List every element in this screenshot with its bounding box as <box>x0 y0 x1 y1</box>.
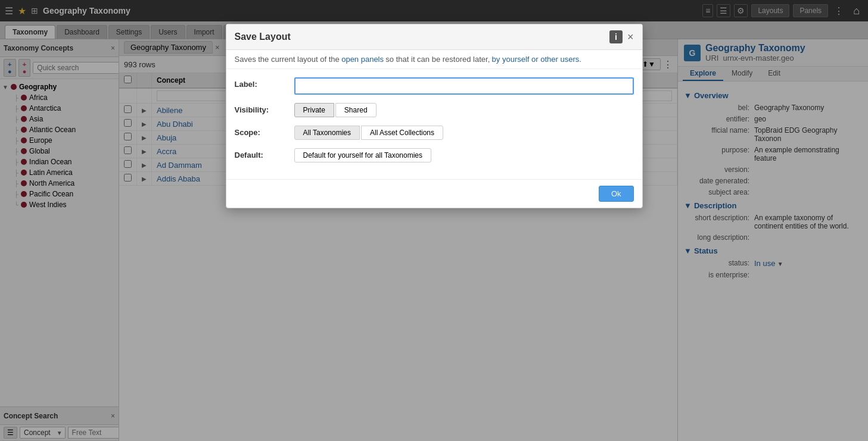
default-label: Default: <box>235 148 288 159</box>
modal-close-button[interactable]: × <box>627 32 634 42</box>
ok-button[interactable]: Ok <box>599 186 634 202</box>
subtitle-link-2[interactable]: by yourself or other users. <box>492 55 581 64</box>
modal-header: Save Layout i × <box>226 24 642 50</box>
modal-scope-row: Scope: All Taxonomies All Asset Collecti… <box>235 126 634 140</box>
modal-body: Label: Visibility: Private Shared Scope:… <box>226 69 642 179</box>
modal-label-row: Label: <box>235 77 634 95</box>
visibility-private-button[interactable]: Private <box>294 103 334 117</box>
scope-all-taxonomies-button[interactable]: All Taxonomies <box>294 126 360 140</box>
default-field: Default for yourself for all Taxonomies <box>294 148 634 162</box>
visibility-shared-button[interactable]: Shared <box>335 103 377 117</box>
default-action-button[interactable]: Default for yourself for all Taxonomies <box>294 148 432 162</box>
modal-default-row: Default: Default for yourself for all Ta… <box>235 148 634 162</box>
modal-footer: Ok <box>226 179 642 208</box>
modal-info-button[interactable]: i <box>609 30 623 43</box>
visibility-field: Private Shared <box>294 103 634 117</box>
label-field-label: Label: <box>235 77 288 89</box>
scope-toggle: All Taxonomies All Asset Collections <box>294 126 634 140</box>
modal-title: Save Layout <box>235 32 605 42</box>
layout-label-input[interactable] <box>294 77 634 95</box>
visibility-label: Visibility: <box>235 103 288 114</box>
modal-visibility-row: Visibility: Private Shared <box>235 103 634 117</box>
label-input-field <box>294 77 634 95</box>
scope-field: All Taxonomies All Asset Collections <box>294 126 634 140</box>
subtitle-text-1: Saves the current layout of the <box>235 55 340 64</box>
save-layout-modal: Save Layout i × Saves the current layout… <box>226 24 643 208</box>
subtitle-text-2: so that it can be restored later, <box>385 55 490 64</box>
subtitle-link-1[interactable]: open panels <box>341 55 384 64</box>
modal-subtitle: Saves the current layout of the open pan… <box>226 50 642 69</box>
visibility-toggle: Private Shared <box>294 103 634 117</box>
scope-all-assets-button[interactable]: All Asset Collections <box>361 126 443 140</box>
scope-label: Scope: <box>235 126 288 137</box>
